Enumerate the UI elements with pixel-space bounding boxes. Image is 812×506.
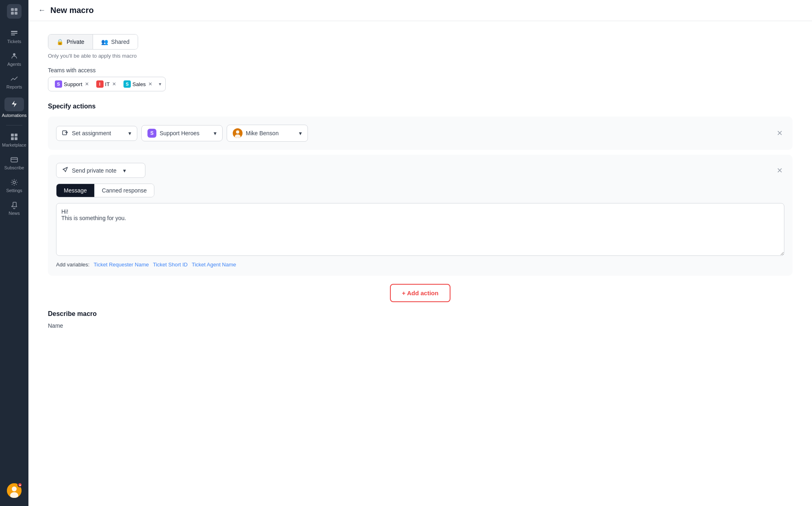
notification-badge: ● <box>17 482 22 487</box>
action-type-label-2: Send private note <box>72 167 117 174</box>
agent-dropdown-1[interactable]: Mike Benson ▾ <box>227 125 308 142</box>
variable-short-id[interactable]: Ticket Short ID <box>153 262 187 268</box>
support-label: Support <box>64 81 82 87</box>
describe-macro-title: Describe macro <box>48 310 793 318</box>
specify-actions-title: Specify actions <box>48 103 793 110</box>
subscribe-label: Subscribe <box>4 165 24 170</box>
tickets-label: Tickets <box>7 39 21 44</box>
support-icon: S <box>55 80 62 88</box>
svg-rect-11 <box>15 137 17 140</box>
action-type-chevron-1: ▾ <box>128 130 131 136</box>
sidebar-item-agents[interactable]: Agents <box>0 48 28 71</box>
teams-selector[interactable]: S Support ✕ I IT ✕ S Sales ✕ ▾ <box>48 77 166 91</box>
news-icon <box>10 201 18 209</box>
sidebar: Tickets Agents Reports Automations <box>0 0 28 506</box>
team-dropdown-1[interactable]: S Support Heroes ▾ <box>141 125 223 141</box>
sidebar-item-reports[interactable]: Reports <box>0 71 28 93</box>
sidebar-item-subscribe[interactable]: Subscribe <box>0 151 28 174</box>
page-title: New macro <box>50 6 94 15</box>
svg-point-19 <box>236 130 239 134</box>
back-button[interactable]: ← <box>38 6 45 15</box>
add-action-container: + Add action <box>48 284 793 302</box>
remove-action-1-button[interactable]: ✕ <box>775 127 784 139</box>
message-tab[interactable]: Message <box>56 184 94 197</box>
automations-icon-wrapper <box>4 97 24 111</box>
svg-rect-8 <box>11 134 14 136</box>
svg-rect-0 <box>11 8 14 11</box>
shared-icon: 👥 <box>101 39 108 45</box>
send-note-icon <box>62 167 69 174</box>
agent-avatar-1 <box>233 128 243 138</box>
reports-icon <box>10 75 18 83</box>
variable-requester-name[interactable]: Ticket Requester Name <box>93 262 149 268</box>
teams-label: Teams with access <box>48 67 793 74</box>
svg-point-13 <box>13 181 15 184</box>
sidebar-divider <box>6 125 22 125</box>
add-action-button[interactable]: + Add action <box>390 284 451 302</box>
sidebar-item-automations[interactable]: Automations <box>0 93 28 122</box>
note-type-tabs: Message Canned response <box>56 184 154 197</box>
private-visibility-button[interactable]: 🔒 Private <box>48 35 93 49</box>
settings-icon <box>10 178 18 186</box>
action-type-chevron-2: ▾ <box>123 167 126 174</box>
agent-chevron-1: ▾ <box>299 130 302 136</box>
remove-support-button[interactable]: ✕ <box>85 81 89 87</box>
content-area: 🔒 Private 👥 Shared Only you'll be able t… <box>28 21 812 506</box>
remove-it-button[interactable]: ✕ <box>112 81 116 87</box>
sales-icon: S <box>123 80 131 88</box>
agent-label-1: Mike Benson <box>246 130 279 136</box>
svg-point-15 <box>12 487 17 491</box>
subscribe-icon <box>10 156 18 164</box>
svg-point-7 <box>13 53 15 56</box>
action-type-dropdown-1[interactable]: Set assignment ▾ <box>56 126 137 141</box>
variables-label: Add variables: <box>56 262 89 268</box>
team-tag-sales: S Sales ✕ <box>121 80 155 89</box>
action-type-dropdown-2[interactable]: Send private note ▾ <box>56 163 145 178</box>
shared-visibility-button[interactable]: 👥 Shared <box>93 35 138 49</box>
name-field-label: Name <box>48 322 793 329</box>
reports-label: Reports <box>6 84 22 89</box>
svg-rect-17 <box>63 131 67 135</box>
visibility-hint: Only you'll be able to apply this macro <box>48 53 793 59</box>
user-avatar[interactable]: ● <box>7 483 22 498</box>
automations-label: Automations <box>2 113 26 118</box>
sidebar-item-marketplace[interactable]: Marketplace <box>0 129 28 151</box>
svg-rect-2 <box>11 12 14 15</box>
page-header: ← New macro <box>28 0 812 21</box>
sidebar-item-tickets[interactable]: Tickets <box>0 25 28 48</box>
shared-label: Shared <box>111 39 130 45</box>
svg-rect-10 <box>11 137 14 140</box>
team-label-1: Support Heroes <box>160 130 199 136</box>
visibility-toggle: 🔒 Private 👥 Shared <box>48 34 138 50</box>
marketplace-icon <box>10 133 18 141</box>
tickets-icon <box>10 29 18 37</box>
main-content: ← New macro 🔒 Private 👥 Shared Only you'… <box>28 0 812 506</box>
remove-action-2-button[interactable]: ✕ <box>775 164 784 177</box>
canned-response-tab[interactable]: Canned response <box>94 184 154 197</box>
agents-label: Agents <box>7 62 21 67</box>
svg-rect-3 <box>15 12 17 15</box>
svg-rect-1 <box>15 8 17 11</box>
settings-label: Settings <box>6 188 22 193</box>
remove-sales-button[interactable]: ✕ <box>148 81 152 87</box>
sidebar-bottom: ● <box>7 483 22 502</box>
action-row-1: Set assignment ▾ S Support Heroes ▾ <box>56 125 784 142</box>
marketplace-label: Marketplace <box>2 143 26 147</box>
team-chevron-1: ▾ <box>214 130 217 136</box>
variable-agent-name[interactable]: Ticket Agent Name <box>192 262 236 268</box>
sidebar-item-settings[interactable]: Settings <box>0 174 28 197</box>
action-card-1: Set assignment ▾ S Support Heroes ▾ <box>48 117 793 150</box>
sidebar-item-news[interactable]: News <box>0 197 28 220</box>
svg-rect-5 <box>11 33 17 34</box>
team-tag-it: I IT ✕ <box>94 80 119 89</box>
svg-rect-12 <box>11 158 17 162</box>
svg-rect-9 <box>15 134 17 136</box>
lock-icon: 🔒 <box>56 39 63 45</box>
app-logo <box>7 4 22 19</box>
message-textarea[interactable]: Hi! This is something for you. <box>56 203 784 256</box>
agents-icon <box>10 52 18 60</box>
svg-rect-4 <box>11 31 17 32</box>
sales-label: Sales <box>132 81 146 87</box>
svg-rect-6 <box>11 35 15 35</box>
team-tag-support: S Support ✕ <box>52 80 91 89</box>
